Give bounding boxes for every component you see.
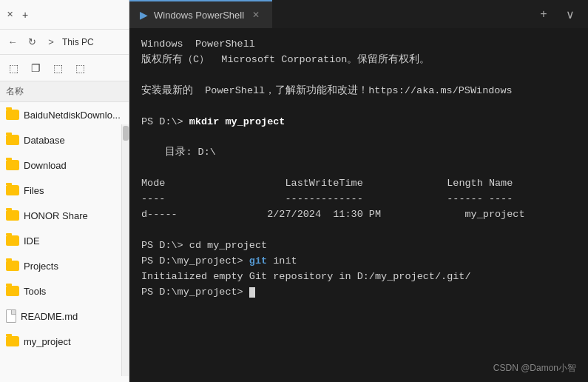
fe-file-name: HONOR Share [24, 210, 88, 221]
list-item[interactable]: Download [0, 153, 121, 178]
terminal-header-line2: 版权所有（C） Microsoft Corporation。保留所有权利。 [141, 54, 430, 65]
col-len: Length [447, 178, 483, 189]
sep-mode: ---- [141, 193, 165, 204]
folder-icon [6, 110, 19, 120]
list-item[interactable]: BaiduNetdiskDownlo... [0, 102, 121, 127]
prompt3-text: PS D:\my_project> [141, 255, 243, 267]
folder-icon [6, 210, 19, 221]
folder-icon [6, 185, 19, 195]
sep-len: ------ [447, 193, 483, 204]
fe-add-tab-button[interactable]: + [18, 7, 33, 22]
terminal-tab-label: Windows PowerShell [154, 10, 244, 21]
fe-column-header: 名称 [0, 81, 129, 102]
fe-file-name: Tools [24, 286, 46, 297]
terminal-prompt2: PS D:\> cd my_project [141, 240, 267, 251]
powershell-icon: ▶ [140, 9, 148, 21]
fe-action-btn-1[interactable]: ⬚ [4, 59, 22, 77]
fe-breadcrumb: This PC [62, 37, 94, 47]
cmd3-pre [243, 255, 249, 267]
cmd-git: git [249, 255, 267, 267]
folder-icon [6, 261, 19, 271]
fe-nav-bar: ← ↻ > This PC [0, 30, 129, 55]
fe-file-name: BaiduNetdiskDownlo... [24, 110, 121, 121]
terminal-add-button[interactable]: + [533, 4, 554, 24]
fe-toolbar: ✕ + [0, 0, 129, 30]
folder-icon [6, 286, 19, 296]
row-date: 2/27/2024 [267, 209, 321, 220]
terminal-tab[interactable]: ▶ Windows PowerShell ✕ [129, 0, 272, 28]
fe-file-name: README.md [21, 311, 78, 322]
row-time: 11:30 PM [333, 209, 381, 220]
terminal-tab-bar: ▶ Windows PowerShell ✕ + ∨ [129, 0, 588, 28]
list-item[interactable]: Tools [0, 278, 121, 304]
terminal-header-line1: Windows PowerShell [141, 38, 255, 50]
sep-name: ---- [489, 193, 513, 204]
terminal-install-line: 安装最新的 PowerShell，了解新功能和改进！https://aka.ms… [141, 85, 513, 96]
fe-action-btn-2[interactable]: ❐ [27, 59, 44, 77]
terminal-tab-close[interactable]: ✕ [250, 9, 262, 21]
fe-file-name: Files [24, 185, 44, 196]
row-mode: d----- [141, 209, 178, 220]
fe-file-name: Download [24, 160, 67, 171]
fe-action-bar: ⬚ ❐ ⬚ ⬚ [0, 55, 129, 81]
fe-file-list: BaiduNetdiskDownlo... Database Download … [0, 102, 129, 382]
terminal-body[interactable]: Windows PowerShell 版权所有（C） Microsoft Cor… [129, 28, 588, 382]
terminal-dir-label: 目录: D:\ [141, 147, 216, 158]
row-name: my_project [465, 209, 525, 220]
fe-action-btn-4[interactable]: ⬚ [71, 59, 89, 77]
terminal-prompt4: PS D:\my_project> [141, 286, 255, 298]
fe-file-name: Projects [24, 261, 58, 272]
watermark: CSDN @Damon小智 [493, 362, 576, 375]
fe-scroll-thumb[interactable] [123, 126, 129, 141]
list-item[interactable]: Projects [0, 253, 121, 278]
list-item[interactable]: IDE [0, 228, 121, 253]
terminal-window: ▶ Windows PowerShell ✕ + ∨ Windows Power… [129, 0, 588, 382]
folder-icon [6, 235, 19, 246]
folder-icon [6, 336, 19, 346]
fe-chevron-button[interactable]: > [43, 34, 59, 50]
list-item[interactable]: README.md [0, 304, 121, 329]
prompt2-text: PS D:\> [141, 240, 183, 251]
terminal-prompt3: PS D:\my_project> git init [141, 255, 297, 267]
terminal-chevron-button[interactable]: ∨ [560, 4, 581, 24]
sep-lwt: ------------- [285, 193, 362, 204]
cmd-cd: cd my_project [183, 240, 267, 251]
fe-refresh-button[interactable]: ↻ [24, 34, 40, 50]
cmd3-post: init [267, 255, 297, 267]
list-item[interactable]: HONOR Share [0, 203, 121, 228]
fe-action-btn-3[interactable]: ⬚ [49, 59, 67, 77]
col-mode: Mode [141, 178, 165, 189]
fe-scrollbar[interactable] [121, 124, 129, 376]
fe-column-name-label: 名称 [6, 85, 24, 98]
col-lwt: LastWriteTime [285, 178, 362, 189]
prompt-text: PS D:\> [141, 116, 183, 127]
list-item[interactable]: Database [0, 127, 121, 153]
fe-file-name: IDE [24, 235, 40, 247]
file-explorer: ✕ + ← ↻ > This PC ⬚ ❐ ⬚ ⬚ 名称 BaiduNetdis… [0, 0, 129, 382]
list-item[interactable]: Files [0, 178, 121, 203]
prompt4-text: PS D:\my_project> [141, 286, 243, 298]
folder-icon [6, 160, 19, 170]
terminal-prompt1: PS D:\> mkdir my_project [141, 116, 285, 127]
terminal-table: Mode LastWriteTime Length Name ---- ----… [141, 178, 525, 220]
list-item[interactable]: my_project [0, 329, 121, 354]
col-name: Name [489, 178, 513, 189]
folder-icon [6, 135, 19, 145]
fe-file-name: Database [24, 135, 65, 146]
file-icon [6, 309, 16, 323]
fe-file-name: my_project [24, 336, 71, 347]
terminal-cursor [249, 287, 255, 298]
terminal-tab-actions: + ∨ [526, 4, 588, 24]
cmd-mkdir: mkdir my_project [183, 116, 285, 127]
fe-back-button[interactable]: ← [4, 34, 21, 50]
fe-close-button[interactable]: ✕ [4, 10, 15, 20]
terminal-init-msg: Initialized empty Git repository in D:/m… [141, 271, 471, 282]
